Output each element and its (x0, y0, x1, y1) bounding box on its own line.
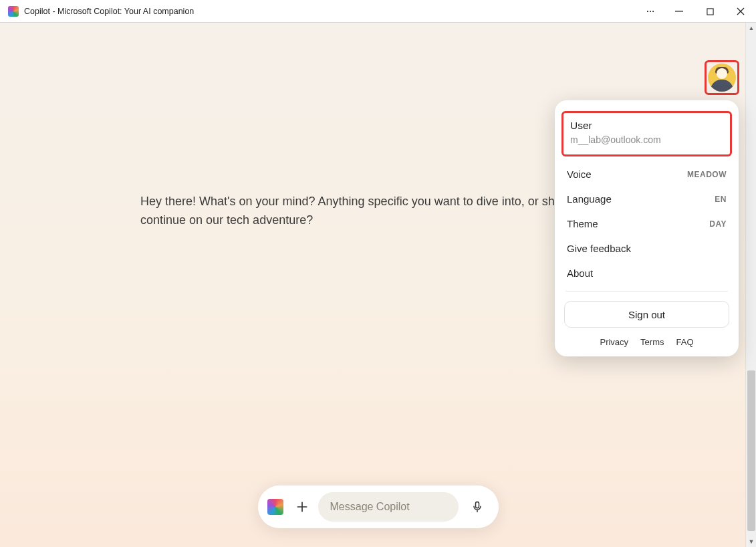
window-minimize-button[interactable] (664, 0, 695, 23)
menu-item-label: Theme (567, 218, 598, 229)
window-titlebar: Copilot - Microsoft Copilot: Your AI com… (0, 0, 756, 23)
menu-item-label: Language (567, 193, 612, 205)
add-button[interactable] (293, 498, 311, 516)
svg-rect-4 (707, 8, 713, 14)
profile-menu-user[interactable]: User m__lab@outlook.com (561, 111, 732, 156)
svg-rect-3 (675, 11, 683, 11)
microphone-icon (471, 500, 484, 514)
profile-menu-links: Privacy Terms FAQ (555, 334, 739, 347)
menu-item-feedback[interactable]: Give feedback (555, 236, 739, 261)
menu-item-label: Voice (567, 169, 592, 180)
profile-user-name: User (570, 120, 723, 132)
menu-item-theme[interactable]: Theme DAY (555, 211, 739, 236)
profile-user-email: m__lab@outlook.com (570, 134, 723, 145)
menu-item-about[interactable]: About (555, 261, 739, 286)
sign-out-button[interactable]: Sign out (564, 301, 729, 328)
svg-point-0 (647, 11, 648, 12)
scroll-down-icon[interactable]: ▼ (746, 536, 756, 547)
menu-item-label: Give feedback (567, 243, 631, 254)
link-faq[interactable]: FAQ (676, 337, 694, 347)
maximize-icon (707, 8, 714, 15)
window-maximize-button[interactable] (695, 0, 725, 23)
message-input-wrap[interactable] (318, 492, 459, 522)
scroll-up-icon[interactable]: ▲ (746, 23, 756, 33)
assistant-message: Hey there! What's on your mind? Anything… (140, 193, 608, 230)
message-composer (258, 485, 499, 528)
profile-menu-panel: User m__lab@outlook.com Voice MEADOW Lan… (555, 100, 739, 356)
app-icon (8, 6, 19, 17)
scroll-thumb[interactable] (747, 370, 755, 531)
voice-input-button[interactable] (465, 495, 489, 519)
profile-avatar-button[interactable] (705, 60, 739, 95)
link-privacy[interactable]: Privacy (600, 337, 628, 347)
svg-point-2 (652, 11, 654, 12)
link-terms[interactable]: Terms (640, 337, 664, 347)
copilot-logo-button[interactable] (267, 499, 283, 515)
window-title: Copilot - Microsoft Copilot: Your AI com… (24, 7, 194, 16)
vertical-scrollbar[interactable]: ▲ ▼ (745, 23, 756, 547)
titlebar-more-button[interactable] (637, 0, 664, 23)
menu-item-label: About (567, 267, 593, 279)
close-icon (737, 7, 745, 15)
minimize-icon (675, 7, 683, 15)
svg-rect-5 (475, 502, 479, 508)
divider (565, 291, 728, 292)
menu-item-voice[interactable]: Voice MEADOW (555, 162, 739, 187)
plus-icon (295, 500, 309, 514)
svg-point-1 (650, 11, 651, 12)
window-close-button[interactable] (725, 0, 756, 23)
menu-item-value: MEADOW (687, 170, 727, 179)
message-input[interactable] (330, 501, 447, 513)
menu-item-value: DAY (709, 219, 727, 229)
ellipsis-icon (646, 7, 655, 16)
menu-item-value: EN (715, 195, 727, 204)
app-surface: ▲ ▼ Hey there! What's on your mind? Anyt… (0, 23, 756, 547)
menu-item-language[interactable]: Language EN (555, 187, 739, 211)
avatar-icon (708, 64, 736, 92)
